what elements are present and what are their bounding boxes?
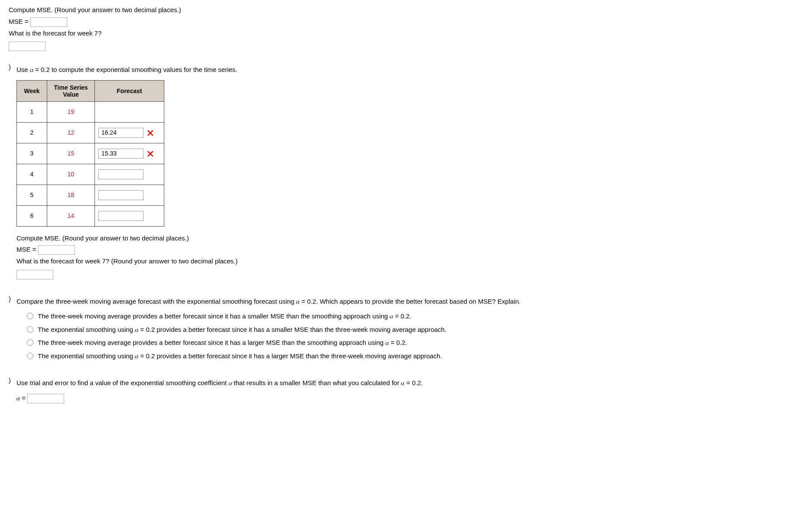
radio-label: The three-week moving average provides a… bbox=[38, 338, 792, 348]
radio-option[interactable]: The three-week moving average provides a… bbox=[27, 338, 792, 348]
cell-week: 2 bbox=[17, 122, 47, 143]
part-c-prompt: Compare the three-week moving average fo… bbox=[16, 297, 792, 307]
radio-option[interactable]: The exponential smoothing using 𝛼 = 0.2 … bbox=[27, 351, 792, 361]
mse-label-b: MSE = bbox=[16, 246, 36, 253]
radio-label: The exponential smoothing using 𝛼 = 0.2 … bbox=[38, 325, 792, 335]
table-row: 614 bbox=[17, 205, 164, 226]
cell-week: 6 bbox=[17, 205, 47, 226]
forecast-week7-input-b[interactable] bbox=[16, 270, 53, 279]
radio-circle-icon[interactable] bbox=[27, 353, 33, 359]
header-forecast: Forecast bbox=[95, 80, 164, 101]
part-marker-b: ) bbox=[9, 63, 16, 71]
radio-circle-icon[interactable] bbox=[27, 326, 33, 333]
mse-label-a: MSE = bbox=[9, 18, 28, 25]
compute-mse-text-a: Compute MSE. (Round your answer to two d… bbox=[9, 5, 792, 15]
cell-value: 18 bbox=[47, 185, 95, 205]
cell-forecast bbox=[95, 205, 164, 226]
table-row: 518 bbox=[17, 185, 164, 205]
header-week: Week bbox=[17, 80, 47, 101]
wrong-icon bbox=[147, 128, 154, 137]
cell-value: 19 bbox=[47, 101, 95, 122]
mse-input-a[interactable] bbox=[30, 17, 67, 27]
radio-option[interactable]: The exponential smoothing using 𝛼 = 0.2 … bbox=[27, 325, 792, 335]
cell-forecast bbox=[95, 164, 164, 185]
forecast-input[interactable] bbox=[98, 211, 143, 221]
forecast-input[interactable] bbox=[98, 190, 143, 200]
cell-value: 12 bbox=[47, 122, 95, 143]
forecast-input[interactable] bbox=[98, 128, 143, 138]
alpha-input[interactable] bbox=[27, 394, 64, 403]
cell-week: 3 bbox=[17, 143, 47, 164]
radio-circle-icon[interactable] bbox=[27, 339, 33, 346]
cell-forecast bbox=[95, 101, 164, 122]
cell-week: 4 bbox=[17, 164, 47, 185]
header-value: Time SeriesValue bbox=[47, 80, 95, 101]
cell-forecast bbox=[95, 122, 164, 143]
table-row: 410 bbox=[17, 164, 164, 185]
cell-forecast bbox=[95, 143, 164, 164]
cell-week: 5 bbox=[17, 185, 47, 205]
cell-week: 1 bbox=[17, 101, 47, 122]
part-marker-d: ) bbox=[9, 376, 16, 384]
table-row: 212 bbox=[17, 122, 164, 143]
part-b-prompt: Use 𝛼 = 0.2 to compute the exponential s… bbox=[16, 65, 792, 75]
cell-value: 10 bbox=[47, 164, 95, 185]
forecast-input[interactable] bbox=[98, 149, 143, 159]
cell-forecast bbox=[95, 185, 164, 205]
mse-input-b[interactable] bbox=[38, 245, 75, 255]
part-d-prompt: Use trial and error to find a value of t… bbox=[16, 378, 792, 388]
radio-label: The three-week moving average provides a… bbox=[38, 311, 792, 321]
table-row: 119 bbox=[17, 101, 164, 122]
cell-value: 15 bbox=[47, 143, 95, 164]
forecast-week7-input-a[interactable] bbox=[9, 42, 46, 51]
data-table: Week Time SeriesValue Forecast 119212315… bbox=[16, 80, 164, 227]
radio-option[interactable]: The three-week moving average provides a… bbox=[27, 311, 792, 321]
forecast-question-a: What is the forecast for week 7? bbox=[9, 29, 792, 39]
forecast-question-b: What is the forecast for week 7? (Round … bbox=[16, 256, 792, 266]
part-marker-c: ) bbox=[9, 295, 16, 302]
alpha-label: 𝛼 = bbox=[16, 394, 26, 402]
forecast-input[interactable] bbox=[98, 169, 143, 179]
radio-label: The exponential smoothing using 𝛼 = 0.2 … bbox=[38, 351, 792, 361]
radio-circle-icon[interactable] bbox=[27, 313, 33, 319]
compute-mse-text-b: Compute MSE. (Round your answer to two d… bbox=[16, 234, 792, 243]
table-row: 315 bbox=[17, 143, 164, 164]
cell-value: 14 bbox=[47, 205, 95, 226]
wrong-icon bbox=[147, 149, 154, 158]
